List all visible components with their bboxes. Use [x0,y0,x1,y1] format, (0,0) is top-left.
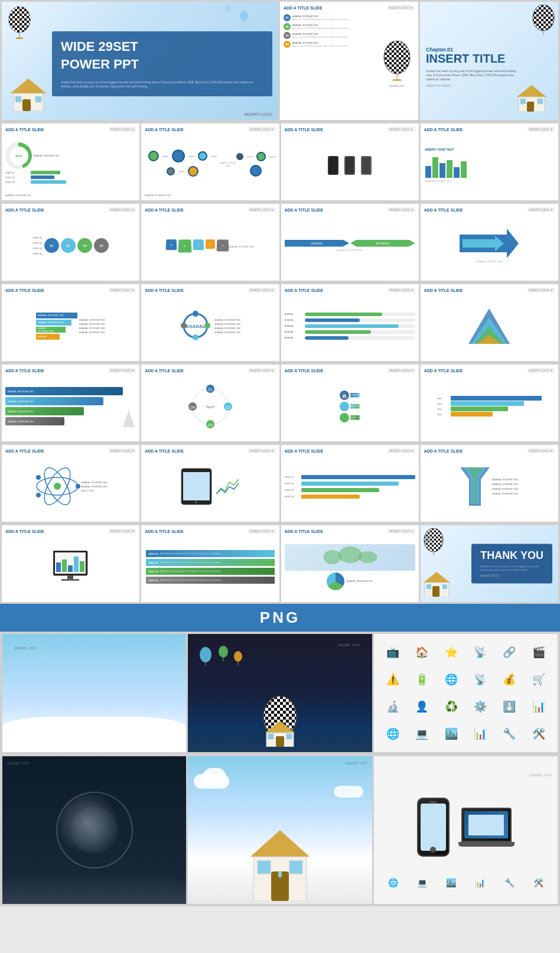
chapter-num: Chapter.01 [426,47,552,53]
s17-title: ADD A TITLE SLIDE [285,369,324,373]
svg-rect-11 [15,96,21,102]
svg-point-13 [240,11,248,21]
slide-double-arrow[interactable]: ADD A TITLE SLIDE INSERT LOGO ▼ ASADAL I… [421,204,558,281]
svg-point-72 [195,501,197,503]
s19-title: ADD A TITLE SLIDE [5,449,44,453]
row-4: ADD A TITLE SLIDE INSERT LOGO ▼ ASADAL I… [0,282,560,363]
slide-thankyou[interactable]: THANK YOU Asadal has been running one of… [421,525,558,602]
slide-chapter[interactable]: Chapter.01 INSERT TITLE Asadal has been … [420,2,558,120]
hero-desc: Asadal has been running one of the bigge… [61,80,263,89]
svg-rect-79 [62,560,67,572]
svg-rect-12 [35,96,41,102]
svg-point-68 [36,475,41,480]
svg-rect-35 [538,99,543,104]
slide-stepbars[interactable]: ADD A TITLE SLIDE INSERT LOGO ▼ STEP 01 … [281,445,419,522]
slide-stepbanners[interactable]: ADD A TITLE SLIDE INSERT LOGO ▼ STEP P1 … [141,525,279,602]
hero-logo: INSERT LOGO [244,112,272,116]
s21-title: ADD A TITLE SLIDE [285,449,324,453]
svg-point-61 [340,402,349,411]
hero-title: WIDE 29SET [61,39,263,54]
slide-hex[interactable]: ADD A TITLE SLIDE INSERT LOGO ▼ STEP 01S… [2,204,139,281]
svg-rect-99 [442,584,447,589]
slide-phones[interactable]: ADD A TITLE SLIDE INSERT LOGO ▼ [281,123,419,200]
slide-cubes[interactable]: ADD A TITLE SLIDE INSERT LOGO ▼ A B C D … [141,204,279,281]
slide-tablet[interactable]: ADD A TITLE SLIDE INSERT LOGO ▼ [141,445,279,522]
s22-title: ADD A TITLE SLIDE [424,449,463,453]
hero-slide[interactable]: WIDE 29SET POWER PPT Asadal has been run… [2,2,278,120]
svg-point-41 [193,334,198,340]
slide-network[interactable]: ADD A TITLE SLIDE INSERT LOGO ▼ INSERT Y… [141,123,279,200]
s24-title: ADD A TITLE SLIDE [145,529,184,534]
svg-point-100 [200,647,211,662]
slide-funnel2[interactable]: ADD A TITLE SLIDE INSERT LOGO ▼ ASADAL I… [421,445,558,522]
s9-logo: INSERT LOGO ▼ [388,207,415,212]
slide-logo: INSERT LOGO ▼ [388,5,415,10]
slide-barchart[interactable]: ADD A TITLE SLIDE INSERT LOGO ▼ INSERT Y… [421,123,558,200]
s19-logo: INSERT LOGO ▼ [109,448,136,453]
png-sky-bg: asadal .com [2,634,186,752]
slide-3dsteps[interactable]: ADD A TITLE SLIDE INSERT LOGO ▼ ASADAL I… [2,284,139,361]
svg-rect-7 [16,37,23,39]
png-dark-orb: asadal .com [2,756,186,904]
slide-funnel[interactable]: ADD A TITLE SLIDE INSERT LOGO ▼ 30% 20% … [421,365,558,441]
svg-marker-95 [424,572,450,583]
svg-rect-122 [258,861,271,874]
s3-logo: INSERT LOGO ▼ [109,127,136,132]
s18-title: ADD A TITLE SLIDE [424,369,463,373]
svg-point-104 [234,651,242,662]
svg-rect-83 [67,575,73,579]
png-house-cloud: asadal .com [188,756,372,904]
svg-point-87 [358,551,377,563]
thankyou-text: THANK YOU [480,549,543,562]
row-3: ADD A TITLE SLIDE INSERT LOGO ▼ STEP 01S… [0,202,560,282]
slide-ribbons[interactable]: ADD A TITLE SLIDE INSERT LOGO ▼ ASADAL I… [2,365,139,441]
svg-text:03: 03 [208,423,213,427]
s7-title: ADD A TITLE SLIDE [5,208,44,212]
s22-logo: INSERT LOGO ▼ [528,448,555,453]
s5-logo: INSERT LOGO ▼ [388,127,415,132]
slide-circles-icons[interactable]: ADD A TITLE SLIDE INSERT LOGO ▼ ASADAL A… [141,284,279,361]
svg-point-102 [219,646,228,658]
svg-point-66 [54,483,61,490]
svg-rect-78 [56,562,61,572]
s11-title: ADD A TITLE SLIDE [5,288,44,292]
row-2: ADD A TITLE SLIDE INSERT LOGO ▼ 40% ASAD… [0,122,560,202]
chapter-title: INSERT TITLE [426,53,552,64]
s13-title: ADD A TITLE SLIDE [285,288,324,292]
s10-title: ADD A TITLE SLIDE [424,208,463,212]
svg-point-15 [225,5,231,12]
slide-monitor[interactable]: ADD A TITLE SLIDE INSERT LOGO ▼ [2,525,139,602]
svg-rect-97 [432,586,439,597]
svg-marker-119 [250,830,310,857]
slide-2[interactable]: ADD A TITLE SLIDE INSERT LOGO ▼ 01 ASADA… [280,2,418,120]
png-content-area: asadal .com asadal .com [0,632,560,754]
svg-rect-123 [289,861,302,874]
png-icons-row1: 📺 🏠 ⭐ 📡 🔗 🎬 ⚠️ 🔋 🌐 📡 💰 🛒 🔬 👤 ♻️ ⚙️ ⬇️ 📊 … [374,634,558,752]
svg-point-69 [36,493,41,497]
s20-logo: INSERT LOGO ▼ [248,448,275,453]
s14-logo: INSERT LOGO ▼ [528,288,555,292]
slide-atom[interactable]: ADD A TITLE SLIDE INSERT LOGO ▼ ASADAL I… [2,445,139,522]
png-bottom-row: asadal .com asadal .com asadal .com [0,754,560,906]
slide-hbars[interactable]: ADD A TITLE SLIDE INSERT LOGO ▼ ASADAL A… [281,284,419,361]
s5-title: ADD A TITLE SLIDE [285,128,324,132]
svg-marker-114 [265,721,295,733]
s16-title: ADD A TITLE SLIDE [145,369,184,373]
svg-text:01: 01 [208,388,213,392]
slide-pyramid[interactable]: ADD A TITLE SLIDE INSERT LOGO ▼ [421,284,558,361]
svg-rect-33 [527,102,534,112]
svg-rect-71 [183,472,210,500]
svg-point-85 [323,550,341,564]
slide-clock[interactable]: ADD A TITLE SLIDE INSERT LOGO ▼ 01 02 03… [141,365,279,441]
svg-point-62 [340,413,349,422]
slide-worldmap[interactable]: ADD A TITLE SLIDE INSERT LOGO ▼ ASADAL I… [281,525,419,602]
slide-arrow[interactable]: ADD A TITLE SLIDE INSERT LOGO ▼ ASADAL I… [281,204,419,281]
svg-marker-8 [11,79,46,93]
svg-text:ASADAL: ASADAL [186,324,206,329]
slide-chevrons[interactable]: ADD A TITLE SLIDE INSERT LOGO ▼ 🏠 STEP 0… [281,365,419,441]
svg-point-39 [193,311,198,317]
svg-rect-84 [61,579,79,581]
s4-title: ADD A TITLE SLIDE [145,128,184,132]
s11-logo: INSERT LOGO ▼ [109,288,136,292]
slide-circular[interactable]: ADD A TITLE SLIDE INSERT LOGO ▼ 40% ASAD… [2,123,139,200]
